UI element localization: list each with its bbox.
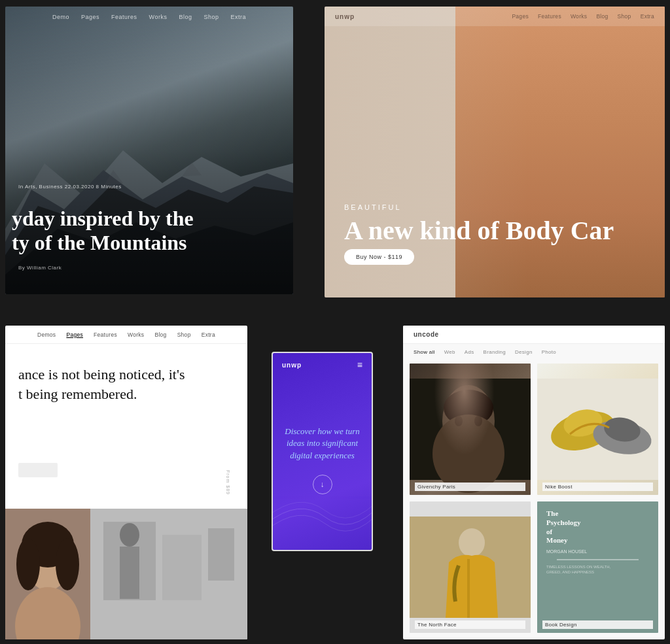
white-quote: ance is not being noticed, it'st being r…	[18, 365, 234, 403]
svg-point-10	[16, 538, 40, 590]
svg-point-11	[56, 538, 79, 590]
nav-item-pages[interactable]: Pages	[81, 14, 99, 20]
nike-label: Nike Boost	[542, 483, 653, 491]
givenchy-image	[410, 364, 531, 495]
white-nav: Demos Pages Features Works Blog Shop Ext…	[5, 326, 247, 344]
mobile-inner: unwp ≡ Discover how we turn ideas into s…	[273, 353, 372, 550]
filter-branding[interactable]: Branding	[484, 349, 506, 355]
book-author-text: MORGAN HOUSEL	[546, 549, 587, 554]
card-mobile: unwp ≡ Discover how we turn ideas into s…	[272, 352, 373, 551]
svg-point-22	[455, 416, 463, 426]
book-label: Book Design	[542, 620, 653, 629]
filter-show-all[interactable]: Show all	[414, 349, 435, 355]
svg-rect-32	[467, 559, 470, 618]
nike-illustration	[537, 364, 658, 495]
mobile-headline: Discover how we turn ideas into signific…	[283, 426, 361, 462]
svg-rect-15	[208, 528, 234, 581]
side-text: From $89	[226, 470, 231, 495]
portfolio-item-book[interactable]: ThePsychologyofMoney MORGAN HOUSEL TIMEL…	[537, 501, 658, 633]
portfolio-grid: Givenchy Paris Nike Boost	[410, 364, 658, 633]
book-container: ThePsychologyofMoney MORGAN HOUSEL TIMEL…	[537, 501, 658, 633]
bc-nav-blog[interactable]: Blog	[596, 13, 608, 20]
bc-nav-shop[interactable]: Shop	[618, 13, 631, 20]
bc-nav-features[interactable]: Features	[538, 13, 561, 20]
svg-point-16	[120, 523, 139, 547]
bodycare-logo: unwp	[335, 13, 355, 20]
nike-background	[537, 364, 658, 495]
nav-item-shop[interactable]: Shop	[203, 14, 219, 20]
bodycare-buy-button[interactable]: Buy Now - $119	[344, 249, 414, 265]
wn-extra[interactable]: Extra	[202, 331, 215, 338]
filter-design[interactable]: Design	[515, 349, 533, 355]
nav-item-works[interactable]: Works	[149, 14, 168, 20]
givenchy-label: Givenchy Paris	[415, 483, 525, 491]
filter-photo[interactable]: Photo	[542, 349, 556, 355]
card-portfolio: uncode Show all Web Ads Branding Design …	[403, 326, 665, 639]
wn-pages[interactable]: Pages	[66, 331, 83, 338]
mobile-logo: unwp	[282, 362, 302, 369]
portfolio-item-northface[interactable]: The North Face	[410, 501, 531, 633]
portfolio-item-givenchy[interactable]: Givenchy Paris	[410, 364, 531, 495]
filter-ads[interactable]: Ads	[465, 349, 474, 355]
mobile-nav: unwp ≡	[273, 353, 372, 370]
post-author: By William Clark	[18, 265, 62, 271]
svg-rect-14	[162, 535, 202, 600]
wn-blog[interactable]: Blog	[154, 331, 166, 338]
bodycare-nav-links: Pages Features Works Blog Shop Extra	[512, 13, 654, 20]
svg-point-19	[442, 385, 495, 457]
wn-works[interactable]: Works	[128, 331, 144, 338]
svg-point-23	[474, 416, 482, 426]
northface-container	[410, 501, 531, 633]
nav-item-demo[interactable]: Demo	[52, 14, 69, 20]
post-meta: In Arts, Business 22.03.2020 8 Minutes	[18, 184, 122, 190]
art-photo	[90, 509, 247, 639]
svg-point-21	[432, 415, 504, 493]
filter-web[interactable]: Web	[444, 349, 455, 355]
portfolio-logo: uncode	[414, 331, 439, 338]
art-illustration	[90, 509, 247, 639]
givenchy-illustration	[410, 364, 531, 495]
svg-point-31	[459, 528, 485, 557]
mountain-nav: Demo Pages Features Works Blog Shop Extr…	[5, 7, 293, 27]
book-divider	[557, 559, 639, 560]
white-bottom-section	[5, 509, 247, 639]
filter-tabs: Show all Web Ads Branding Design Photo	[414, 349, 556, 355]
bg-lines	[273, 484, 373, 537]
portfolio-item-nike[interactable]: Nike Boost	[537, 364, 658, 495]
nav-item-features[interactable]: Features	[111, 14, 137, 20]
bc-nav-extra[interactable]: Extra	[641, 13, 654, 20]
bodycare-headline: A new kind of Body Car	[344, 216, 614, 245]
hamburger-icon[interactable]: ≡	[357, 360, 362, 370]
bc-nav-works[interactable]: Works	[571, 13, 587, 20]
northface-illustration	[410, 501, 531, 633]
svg-point-20	[444, 390, 493, 426]
northface-label: The North Face	[415, 620, 525, 629]
bodycare-tagline: BEAUTIFUL	[344, 203, 614, 211]
card-bodycare: unwp Pages Features Works Blog Shop Extr…	[325, 7, 665, 297]
book-title-text: ThePsychologyofMoney	[546, 509, 581, 545]
wn-demos[interactable]: Demos	[37, 331, 56, 338]
portfolio-header: uncode	[403, 326, 665, 344]
card-mountain: Demo Pages Features Works Blog Shop Extr…	[5, 7, 293, 294]
girl-illustration	[5, 509, 90, 639]
book-description: TIMELESS LESSONS ON WEALTH,GREED, AND HA…	[546, 564, 610, 575]
bc-nav-pages[interactable]: Pages	[512, 13, 529, 20]
nav-item-extra[interactable]: Extra	[230, 14, 246, 20]
bodycare-nav: unwp Pages Features Works Blog Shop Extr…	[325, 7, 665, 26]
girl-photo	[5, 509, 90, 639]
card-white: Demos Pages Features Works Blog Shop Ext…	[5, 326, 247, 639]
wn-shop[interactable]: Shop	[177, 331, 191, 338]
nav-item-blog[interactable]: Blog	[179, 14, 192, 20]
wn-features[interactable]: Features	[94, 331, 117, 338]
white-cta-placeholder	[18, 463, 58, 477]
bodycare-content: BEAUTIFUL A new kind of Body Car	[344, 203, 614, 245]
svg-rect-17	[120, 547, 139, 599]
post-title: yday inspired by thety of the Mountains	[12, 207, 287, 255]
